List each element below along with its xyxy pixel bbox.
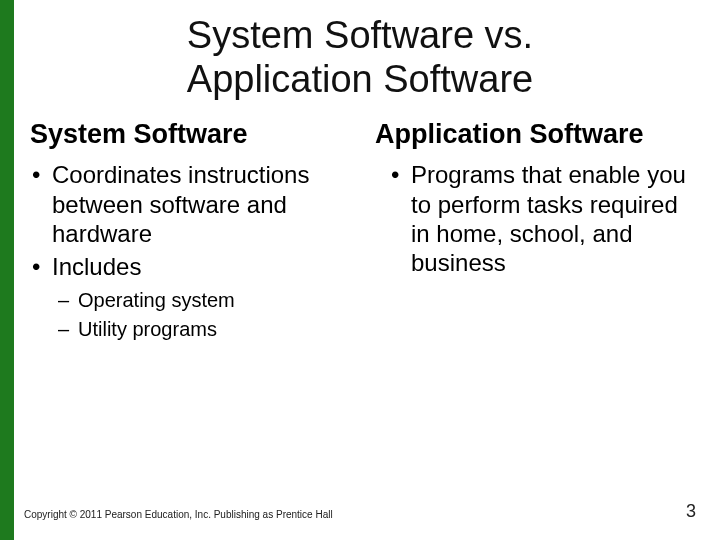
slide-title: System Software vs. Application Software — [0, 0, 720, 101]
bullet-text: Programs that enable you to perform task… — [411, 161, 686, 276]
list-item: Coordinates instructions between softwar… — [52, 160, 355, 248]
list-item: Programs that enable you to perform task… — [411, 160, 700, 277]
column-system-software: System Software Coordinates instructions… — [20, 119, 365, 347]
bullet-list-left: Coordinates instructions between softwar… — [30, 160, 355, 343]
list-item: Includes Operating system Utility progra… — [52, 252, 355, 343]
bullet-text: Includes — [52, 253, 141, 280]
content-columns: System Software Coordinates instructions… — [0, 101, 720, 347]
sub-item: Operating system — [78, 287, 355, 314]
bullet-text: Coordinates instructions between softwar… — [52, 161, 309, 247]
bullet-list-right: Programs that enable you to perform task… — [375, 160, 700, 277]
sub-list: Operating system Utility programs — [52, 287, 355, 343]
sub-item: Utility programs — [78, 316, 355, 343]
page-number: 3 — [686, 501, 696, 522]
title-line-2: Application Software — [187, 58, 533, 100]
title-line-1: System Software vs. — [187, 14, 533, 56]
accent-bar — [0, 0, 14, 540]
column-application-software: Application Software Programs that enabl… — [365, 119, 710, 347]
heading-application-software: Application Software — [375, 119, 700, 150]
heading-system-software: System Software — [30, 119, 355, 150]
copyright-footer: Copyright © 2011 Pearson Education, Inc.… — [24, 509, 333, 520]
